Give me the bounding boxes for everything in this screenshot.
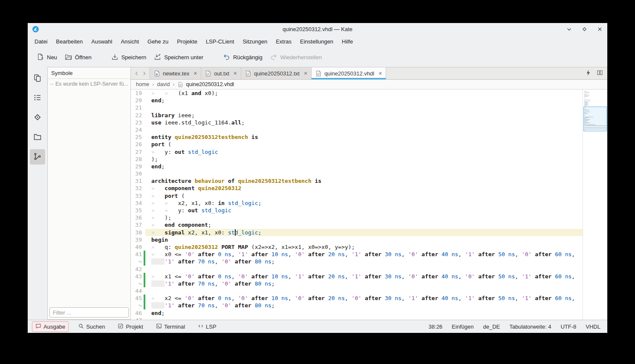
speichern-unter-button[interactable]: Speichern unter [150,51,207,64]
insert-mode[interactable]: Einfügen [452,324,473,330]
code-line[interactable]: 34» » x2, x1, x0: in std_logic; [131,199,583,207]
split-view-icon[interactable] [597,69,603,77]
code-line[interactable]: 25entity quine20250312testbench is [131,133,583,141]
code-line[interactable]: 39begin [131,236,583,243]
project-button[interactable]: Projekt [114,321,146,332]
menu-ansicht[interactable]: Ansicht [116,37,143,46]
code-text [151,104,583,111]
code-line[interactable]: 41» x0 <= '0' after 0 ns, '1' after 10 n… [131,251,583,258]
code-line[interactable]: 21 [131,104,583,111]
menu-auswahl[interactable]: Auswahl [87,37,116,46]
menu-hilfe[interactable]: Hilfe [338,37,357,46]
wiederherstellen-button[interactable]: Wiederherstellen [266,51,326,64]
folding-column [145,192,151,199]
tab-quine20250312-txt[interactable]: quine20250312.txt× [241,67,312,79]
menu-lsp-client[interactable]: LSP-CLient [202,37,238,46]
dictionary[interactable]: de_DE [483,324,500,330]
menu-projekte[interactable]: Projekte [173,37,202,46]
cursor-position[interactable]: 38:26 [429,324,443,330]
code-line[interactable]: 46end; [131,309,583,317]
tab-close-icon[interactable]: × [377,70,382,77]
folding-column [145,295,151,302]
tab-close-icon[interactable]: × [302,70,307,77]
code-line[interactable]: 47 [131,317,583,320]
code-line[interactable]: 35» » y: out std_logic [131,207,583,214]
code-line[interactable]: 36» ); [131,214,583,221]
breadcrumb-file[interactable]: quine20250312.vhdl [186,81,234,87]
code-line[interactable]: 45» x2 <= '0' after 0 ns, '0' after 10 n… [131,295,583,302]
tab-prev-button[interactable] [133,67,140,79]
tab-marker: » [151,244,165,250]
menu-gehe-zu[interactable]: Gehe zu [143,37,173,46]
code-line[interactable]: 32» component quine20250312 [131,185,583,192]
outline-tool[interactable] [30,90,45,106]
code-line-continuation[interactable]: ↪ '1' after 70 ns, '0' after 80 ns; [131,302,583,309]
tab-next-button[interactable] [140,67,148,79]
code-text: architecture behaviour of quine20250312t… [151,177,583,185]
code-line[interactable]: 33» port ( [131,192,583,199]
code-line[interactable]: 37» end component; [131,221,583,228]
tab-width[interactable]: Tabulatorweite: 4 [509,324,551,330]
code-line[interactable]: 44 [131,287,583,295]
lsp-button-label: LSP [206,324,216,330]
line-number: 37 [131,221,144,228]
speichern-button[interactable]: Speichern [107,51,150,64]
tab-close-icon[interactable]: × [192,70,197,77]
tab-quine20250312-vhdl[interactable]: quine20250312.vhdl× [312,67,386,79]
documents-tool[interactable] [30,71,45,86]
code-line[interactable]: 22library ieee; [131,112,583,119]
menu-datei[interactable]: Datei [30,37,52,46]
code-line-continuation[interactable]: ↪ '1' after 70 ns, '0' after 80 ns; [131,280,583,287]
code-line[interactable]: 26port ( [131,141,583,148]
tool-sidebar [28,67,47,320]
code-line-continuation[interactable]: ↪ '1' after 70 ns, '0' after 80 ns; [131,258,583,265]
code-line[interactable]: 23use ieee.std_logic_1164.all; [131,119,583,126]
highlight-mode[interactable]: VHDL [586,324,600,330]
close-button[interactable] [596,26,603,32]
code-line[interactable]: 20end; [131,97,583,104]
code-line[interactable]: 24 [131,126,583,133]
minimap-scrollbar[interactable] [583,90,607,320]
code-line[interactable]: 38» signal x2, x1, x0: std_logic; [131,229,583,236]
tab-close-icon[interactable]: × [232,70,237,77]
symbols-filter-input[interactable] [49,307,129,318]
breadcrumb-home[interactable]: home [136,81,149,87]
folding-column [145,266,151,273]
code-line[interactable]: 29end; [131,163,583,170]
lsp-button[interactable]: LSP [194,321,220,332]
code-line[interactable]: 31architecture behaviour of quine2025031… [131,177,583,185]
code-line[interactable]: 42 [131,266,583,273]
output-button[interactable]: Ausgabe [32,321,69,332]
code-line[interactable]: 19» » (x1 and x0); [131,90,583,97]
code-line[interactable]: 30 [131,170,583,177]
code-line[interactable]: 28); [131,156,583,163]
tab-out-txt[interactable]: out.txt× [201,67,241,79]
neu-button[interactable]: Neu [33,51,61,64]
code-line[interactable]: 27» y: out std_logic [131,148,583,156]
symbols-tool[interactable] [30,149,45,165]
minimize-button[interactable] [566,26,572,32]
menu-extras[interactable]: Extras [271,37,296,46]
menu-bearbeiten[interactable]: Bearbeiten [52,37,87,46]
filesystem-browser-tool[interactable] [30,130,45,145]
tab-marker: » [165,90,178,96]
tab-newtex-tex[interactable]: newtex.tex× [150,67,201,79]
terminal-button[interactable]: Terminal [153,321,188,332]
menu-einstellungen[interactable]: Einstellungen [296,37,338,46]
minimap-viewport[interactable] [583,107,607,131]
encoding[interactable]: UTF-8 [560,324,576,330]
maximize-button[interactable] [581,26,588,32]
rückgängig-button[interactable]: Rückgängig [219,51,266,64]
quick-open-icon[interactable] [585,69,592,77]
git-tool[interactable] [30,110,45,125]
code-area[interactable]: 19» » (x1 and x0);20end;2122library ieee… [131,90,583,320]
code-line[interactable]: 43» x1 <= '0' after 0 ns, '0' after 10 n… [131,273,583,280]
öffnen-button[interactable]: Öffnen [61,51,95,64]
folding-column [145,302,151,309]
breadcrumb-david[interactable]: david [157,81,170,87]
output-icon [35,323,41,330]
search-button[interactable]: Suchen [75,321,108,332]
menu-sitzungen[interactable]: Sitzungen [238,37,271,46]
editor-view[interactable]: 19» » (x1 and x0);20end;2122library ieee… [131,90,607,320]
code-line[interactable]: 40» q: quine20250312 PORT MAP (x2=>x2, x… [131,243,583,251]
